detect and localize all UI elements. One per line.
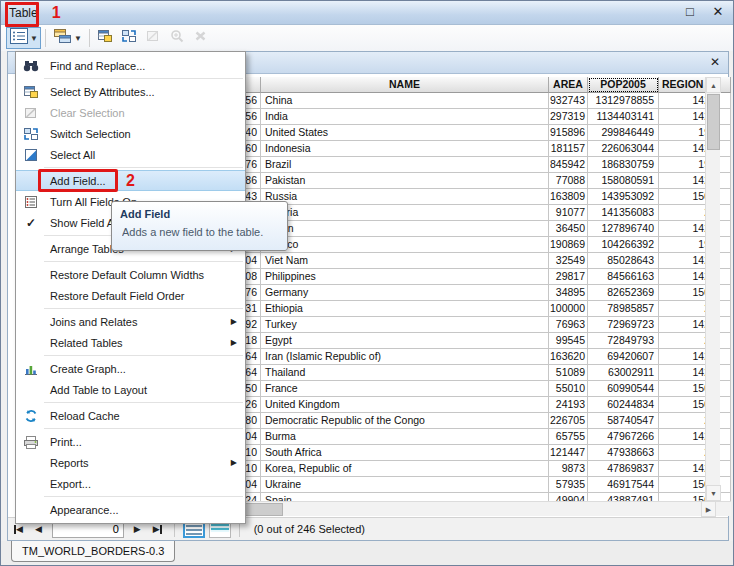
related-tables-button[interactable]: ▼ [50, 27, 85, 49]
cell-name[interactable]: Thailand [261, 365, 549, 381]
cell-pop2005[interactable]: 47869837 [588, 461, 659, 477]
cell-name[interactable]: Philippines [261, 269, 549, 285]
cell-pop2005[interactable]: 127896740 [588, 221, 659, 237]
menu-item-select-by-attributes[interactable]: Select By Attributes... [16, 81, 245, 102]
cell-region[interactable]: 142 [659, 173, 731, 189]
scroll-up-icon[interactable]: ▲ [706, 77, 721, 93]
cell-name[interactable]: Indonesia [261, 141, 549, 157]
cell-area[interactable]: 36450 [549, 221, 588, 237]
cell-area[interactable]: 297319 [549, 109, 588, 125]
cell-region[interactable]: 142 [659, 269, 731, 285]
menu-item-select-all[interactable]: Select All [16, 144, 245, 165]
switch-selection-button[interactable] [118, 27, 140, 49]
vertical-scroll-thumb[interactable] [707, 94, 720, 150]
table-row[interactable]: 818Egypt99545728497932 [187, 333, 731, 349]
table-row[interactable]: 250France5501060990544150 [187, 381, 731, 397]
cell-name[interactable]: France [261, 381, 549, 397]
table-row[interactable]: 360Indonesia181157226063044142 [187, 141, 731, 157]
table-row[interactable]: 724Spain4990443887491150 [187, 493, 731, 501]
menu-item-clear-selection[interactable]: Clear Selection [16, 102, 245, 123]
cell-region[interactable]: 150 [659, 381, 731, 397]
table-row[interactable]: 710South Africa121447479386632 [187, 445, 731, 461]
table-row[interactable]: 792Turkey7696372969723142 [187, 317, 731, 333]
cell-name[interactable]: Iran (Islamic Republic of) [261, 349, 549, 365]
cell-area[interactable]: 91077 [549, 205, 588, 221]
table-row[interactable]: 410Korea, Republic of987347869837142 [187, 461, 731, 477]
cell-area[interactable]: 845942 [549, 157, 588, 173]
menu-item-add-table-to-layout[interactable]: Add Table to Layout [16, 379, 245, 400]
zoom-to-selected-button[interactable] [166, 27, 188, 49]
table-row[interactable]: 104Burma6575547967266142 [187, 429, 731, 445]
menu-item-print[interactable]: Print... [16, 431, 245, 452]
cell-region[interactable]: 142 [659, 349, 731, 365]
cell-name[interactable]: Viet Nam [261, 253, 549, 269]
cell-region[interactable]: 142 [659, 461, 731, 477]
cell-pop2005[interactable]: 299846449 [588, 125, 659, 141]
cell-pop2005[interactable]: 226063044 [588, 141, 659, 157]
cell-name[interactable]: Korea, Republic of [261, 461, 549, 477]
cell-area[interactable]: 34895 [549, 285, 588, 301]
table-row[interactable]: 276Germany3489582652369150 [187, 285, 731, 301]
table-row[interactable]: 840United States91589629984644919 [187, 125, 731, 141]
cell-pop2005[interactable]: 46917544 [588, 477, 659, 493]
table-row[interactable]: 804Ukraine5793546917544150 [187, 477, 731, 493]
cell-region[interactable]: 19 [659, 125, 731, 141]
cell-name[interactable]: Egypt [261, 333, 549, 349]
cell-name[interactable]: Burma [261, 429, 549, 445]
table-row[interactable]: 76Brazil84594218683075919 [187, 157, 731, 173]
menu-item-related-tables[interactable]: Related Tables▶ [16, 332, 245, 353]
cell-name[interactable]: Turkey [261, 317, 549, 333]
table-row[interactable]: 356India2973191134403141142 [187, 109, 731, 125]
cell-pop2005[interactable]: 47938663 [588, 445, 659, 461]
menu-item-add-field[interactable]: Add Field...2 [16, 170, 245, 191]
select-by-attributes-button[interactable] [94, 27, 116, 49]
table-row[interactable]: 180Democratic Republic of the Congo22670… [187, 413, 731, 429]
cell-region[interactable]: 142 [659, 253, 731, 269]
cell-pop2005[interactable]: 58740547 [588, 413, 659, 429]
cell-area[interactable]: 99545 [549, 333, 588, 349]
cell-pop2005[interactable]: 84566163 [588, 269, 659, 285]
cell-area[interactable]: 55010 [549, 381, 588, 397]
table-row[interactable]: 704Viet Nam3254985028643142 [187, 253, 731, 269]
cell-area[interactable]: 915896 [549, 125, 588, 141]
cell-region[interactable]: 2 [659, 205, 731, 221]
cell-area[interactable]: 24193 [549, 397, 588, 413]
column-header-name[interactable]: NAME [261, 77, 549, 93]
cell-region[interactable]: 142 [659, 365, 731, 381]
cell-region[interactable]: 19 [659, 157, 731, 173]
cell-pop2005[interactable]: 141356083 [588, 205, 659, 221]
cell-name[interactable]: Germany [261, 285, 549, 301]
cell-area[interactable]: 29817 [549, 269, 588, 285]
cell-region[interactable]: 2 [659, 301, 731, 317]
cell-area[interactable]: 76963 [549, 317, 588, 333]
cell-pop2005[interactable]: 186830759 [588, 157, 659, 173]
cell-name[interactable]: Mexico [261, 237, 549, 253]
menu-item-find-and-replace[interactable]: Find and Replace... [16, 55, 245, 76]
table-row[interactable]: 826United Kingdom2419360244834150 [187, 397, 731, 413]
table-row[interactable]: 156China9327431312978855142 [187, 93, 731, 109]
vertical-scrollbar[interactable]: ▲ ▼ [705, 77, 720, 501]
cell-area[interactable]: 932743 [549, 93, 588, 109]
cell-pop2005[interactable]: 82652369 [588, 285, 659, 301]
previous-record-button[interactable]: ◀ [35, 524, 42, 534]
cell-area[interactable]: 65755 [549, 429, 588, 445]
dropdown-caret-icon[interactable]: ▼ [30, 34, 38, 43]
cell-region[interactable]: 19 [659, 237, 731, 253]
cell-region[interactable]: 2 [659, 445, 731, 461]
table-options-button[interactable]: ▼ [6, 27, 41, 49]
clear-selection-button[interactable] [142, 27, 164, 49]
maximize-button[interactable]: □ [681, 4, 699, 19]
cell-pop2005[interactable]: 78985857 [588, 301, 659, 317]
tab-tm-world-borders[interactable]: TM_WORLD_BORDERS-0.3 [11, 541, 175, 562]
cell-pop2005[interactable]: 143953092 [588, 189, 659, 205]
table-row[interactable]: 231Ethiopia100000789858572 [187, 301, 731, 317]
cell-region[interactable]: 142 [659, 109, 731, 125]
cell-region[interactable]: 2 [659, 333, 731, 349]
cell-pop2005[interactable]: 85028643 [588, 253, 659, 269]
cell-pop2005[interactable]: 104266392 [588, 237, 659, 253]
menu-item-create-graph[interactable]: Create Graph... [16, 358, 245, 379]
cell-region[interactable]: 142 [659, 221, 731, 237]
cell-name[interactable]: South Africa [261, 445, 549, 461]
cell-area[interactable]: 121447 [549, 445, 588, 461]
cell-area[interactable]: 51089 [549, 365, 588, 381]
